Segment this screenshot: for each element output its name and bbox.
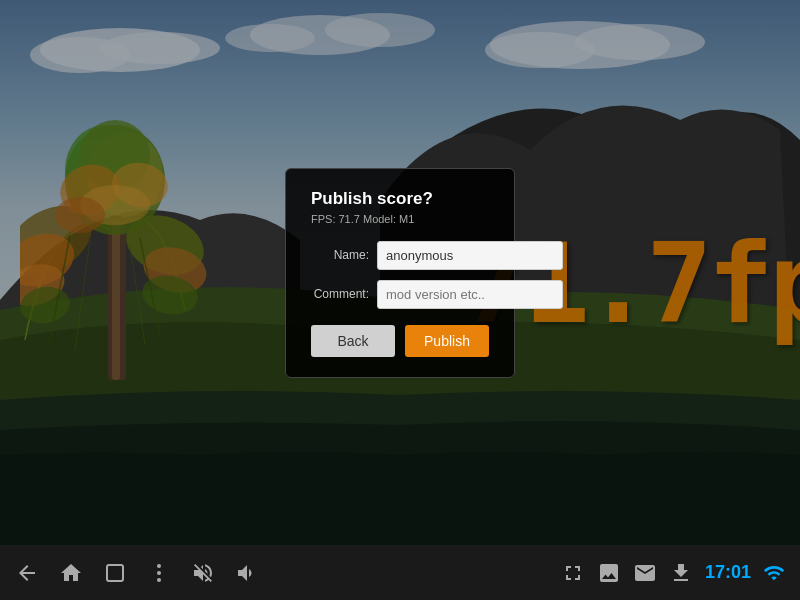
email-icon[interactable] [633, 561, 657, 585]
svg-point-33 [157, 578, 161, 582]
dialog-buttons: Back Publish [311, 325, 489, 357]
fullscreen-icon[interactable] [561, 561, 585, 585]
dialog-overlay: Publish score? FPS: 71.7 Model: M1 Name:… [0, 0, 800, 545]
name-input[interactable] [377, 241, 563, 270]
comment-label: Comment: [311, 287, 369, 301]
menu-dots-icon[interactable] [147, 561, 171, 585]
nav-icons [15, 561, 259, 585]
recents-nav-icon[interactable] [103, 561, 127, 585]
dialog-subtitle: FPS: 71.7 Model: M1 [311, 213, 489, 225]
dialog-title: Publish score? [311, 189, 489, 209]
name-field-row: Name: [311, 241, 489, 270]
name-label: Name: [311, 248, 369, 262]
wifi-icon [763, 562, 785, 584]
home-nav-icon[interactable] [59, 561, 83, 585]
publish-dialog: Publish score? FPS: 71.7 Model: M1 Name:… [285, 168, 515, 378]
publish-button[interactable]: Publish [405, 325, 489, 357]
time-display: 17:01 [705, 562, 751, 583]
back-button[interactable]: Back [311, 325, 395, 357]
volume-off-icon[interactable] [191, 561, 215, 585]
system-bar: 17:01 [0, 545, 800, 600]
svg-point-32 [157, 571, 161, 575]
svg-point-31 [157, 564, 161, 568]
back-nav-icon[interactable] [15, 561, 39, 585]
comment-field-row: Comment: [311, 280, 489, 309]
system-icons-right: 17:01 [561, 561, 785, 585]
screenshot-icon[interactable] [597, 561, 621, 585]
svg-rect-30 [107, 565, 123, 581]
download-icon[interactable] [669, 561, 693, 585]
comment-input[interactable] [377, 280, 563, 309]
volume-icon[interactable] [235, 561, 259, 585]
